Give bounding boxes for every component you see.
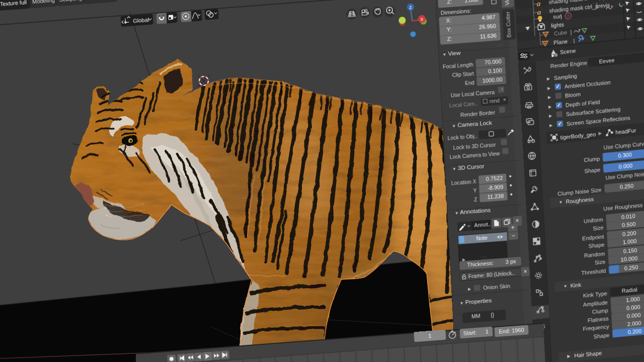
svg-text:X: X xyxy=(420,17,424,22)
svg-text:Global: Global xyxy=(133,17,149,24)
svg-text:Z: Z xyxy=(409,5,413,10)
svg-text:a: a xyxy=(536,0,541,8)
svg-text:a: a xyxy=(537,8,541,17)
